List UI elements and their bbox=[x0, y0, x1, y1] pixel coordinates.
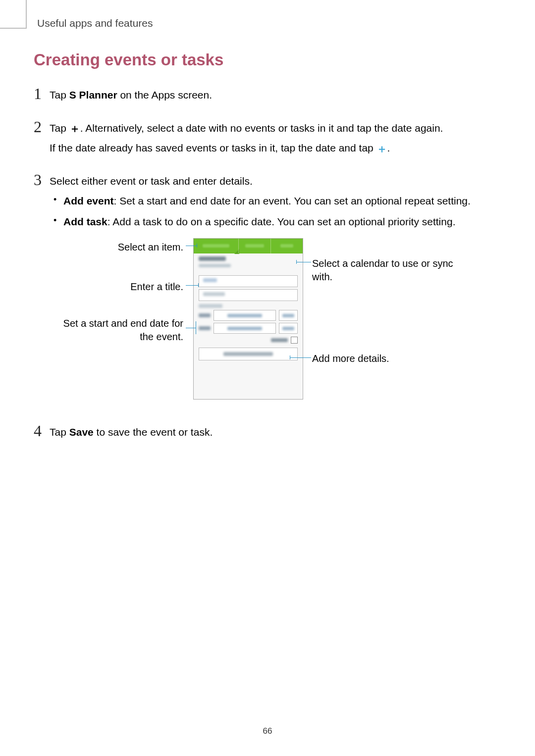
step-3: 3 Select either event or task and enter … bbox=[34, 171, 501, 412]
leader-line bbox=[186, 328, 196, 328]
step-body: Select either event or task and enter de… bbox=[50, 171, 501, 412]
end-label bbox=[199, 326, 211, 330]
text: : Add a task to do on a specific date. Y… bbox=[107, 216, 456, 227]
end-date[interactable] bbox=[214, 323, 276, 334]
crop-mark-vertical bbox=[26, 0, 27, 29]
text: . bbox=[387, 142, 390, 153]
leader-tick bbox=[290, 355, 290, 359]
page-content: Creating events or tasks 1 Tap S Planner… bbox=[34, 50, 501, 455]
app-name: S Planner bbox=[69, 89, 117, 101]
label: Add event bbox=[63, 195, 114, 206]
step-number: 2 bbox=[34, 118, 50, 136]
text: Select either event or task and enter de… bbox=[50, 173, 501, 190]
start-row bbox=[199, 310, 298, 321]
button-name: Save bbox=[69, 426, 94, 438]
text: on the Apps screen. bbox=[117, 89, 212, 101]
text: to save the event or task. bbox=[94, 426, 213, 438]
callout-set-dates: Set a start and end date for the event. bbox=[50, 317, 183, 344]
start-time[interactable] bbox=[279, 310, 298, 321]
step-1: 1 Tap S Planner on the Apps screen. bbox=[34, 85, 501, 107]
sub-bullets: Add event: Set a start and end date for … bbox=[50, 193, 501, 229]
view-more-options-button[interactable] bbox=[199, 348, 298, 360]
step-number: 3 bbox=[34, 171, 50, 189]
end-row bbox=[199, 323, 298, 334]
callout-add-more: Add more details. bbox=[312, 352, 461, 365]
end-time[interactable] bbox=[279, 323, 298, 334]
page-number: 66 bbox=[0, 726, 535, 736]
step-body: Tap S Planner on the Apps screen. bbox=[50, 85, 501, 107]
text: If the date already has saved events or … bbox=[50, 142, 376, 153]
step-body: Tap ＋. Alternatively, select a date with… bbox=[50, 118, 501, 160]
start-label bbox=[199, 313, 211, 317]
step-number: 1 bbox=[34, 85, 50, 102]
section-label bbox=[199, 304, 222, 308]
calendar-account-row[interactable] bbox=[194, 253, 303, 273]
location-field[interactable] bbox=[199, 289, 298, 301]
plus-icon: ＋ bbox=[69, 123, 80, 134]
leader-tick bbox=[198, 283, 199, 287]
crop-mark-horizontal bbox=[0, 28, 26, 29]
leader-line bbox=[290, 357, 311, 358]
bullet-add-task: Add task: Add a task to do on a specific… bbox=[50, 214, 501, 230]
step-2: 2 Tap ＋. Alternatively, select a date wi… bbox=[34, 118, 501, 160]
text: . Alternatively, select a date with no e… bbox=[80, 122, 443, 134]
leader-line bbox=[186, 285, 198, 286]
title-field[interactable] bbox=[199, 275, 298, 287]
tab-cancel[interactable] bbox=[270, 239, 303, 253]
leader-line bbox=[186, 246, 197, 246]
figure-splanner-screenshot: Select an item. Enter a title. Set a sta… bbox=[50, 238, 501, 411]
callout-select-calendar: Select a calendar to use or sync with. bbox=[312, 257, 476, 284]
text: Tap bbox=[50, 122, 69, 134]
text: : Set a start and end date for an event.… bbox=[114, 195, 471, 206]
label: Add task bbox=[63, 216, 107, 227]
all-day-checkbox[interactable] bbox=[291, 337, 298, 344]
step-4: 4 Tap Save to save the event or task. bbox=[34, 422, 501, 445]
all-day-label bbox=[271, 338, 288, 342]
tab-add-task[interactable] bbox=[238, 239, 270, 253]
start-date[interactable] bbox=[214, 310, 276, 321]
step-number: 4 bbox=[34, 422, 50, 440]
plus-icon: ＋ bbox=[376, 144, 387, 154]
running-header: Useful apps and features bbox=[37, 17, 153, 29]
leader-line bbox=[296, 262, 311, 262]
leader-tick bbox=[197, 244, 197, 248]
text: Tap bbox=[50, 89, 69, 101]
leader-tick bbox=[196, 321, 196, 334]
callout-select-item: Select an item. bbox=[50, 241, 183, 254]
leader-tick bbox=[296, 260, 297, 264]
text: Tap bbox=[50, 426, 69, 438]
step-body: Tap Save to save the event or task. bbox=[50, 422, 501, 445]
phone-mock bbox=[193, 238, 303, 400]
bullet-add-event: Add event: Set a start and end date for … bbox=[50, 193, 501, 209]
all-day-row bbox=[199, 337, 298, 344]
tab-bar bbox=[194, 239, 303, 253]
section-title: Creating events or tasks bbox=[34, 50, 501, 69]
callout-enter-title: Enter a title. bbox=[50, 280, 183, 294]
tab-add-event[interactable] bbox=[194, 239, 238, 253]
